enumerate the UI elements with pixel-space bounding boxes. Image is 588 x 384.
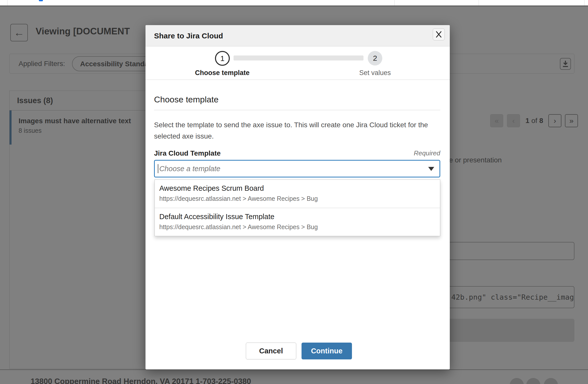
step-2-number: 2: [373, 54, 377, 62]
text-cursor: [158, 164, 158, 173]
chevron-down-icon[interactable]: [428, 167, 434, 171]
stepper-progress-track: [234, 55, 363, 60]
modal-title: Share to Jira Cloud: [154, 25, 223, 46]
template-option-awesome-recipes[interactable]: Awesome Recipes Scrum Board https://dequ…: [155, 180, 440, 208]
active-tab-indicator: [39, 0, 43, 1]
step-1-label: Choose template: [172, 69, 272, 77]
template-combobox-wrap: [154, 160, 440, 177]
step-1-number: 1: [220, 54, 225, 63]
top-bar: [0, 0, 588, 6]
template-option-default-accessibility[interactable]: Default Accessibility Issue Template htt…: [155, 208, 440, 236]
field-label-row: Jira Cloud Template Required: [154, 149, 440, 158]
screen: ← Viewing [DOCUMENT Applied Filters: Acc…: [0, 0, 588, 384]
option-path: https://dequesrc.atlassian.net > Awesome…: [159, 195, 440, 202]
top-bar-separator: [394, 0, 395, 6]
close-button[interactable]: [433, 28, 445, 40]
option-title: Default Accessibility Issue Template: [159, 213, 440, 221]
modal-description: Select the template to send the axe issu…: [154, 119, 443, 142]
heading-divider: [154, 110, 440, 110]
share-to-jira-modal: Share to Jira Cloud 1 2 Choose template …: [145, 25, 450, 369]
top-bar-separator: [479, 0, 479, 6]
continue-button[interactable]: Continue: [302, 343, 352, 359]
step-2-circle: 2: [368, 51, 382, 66]
jira-template-field-label: Jira Cloud Template: [154, 149, 221, 157]
option-title: Awesome Recipes Scrum Board: [159, 184, 440, 193]
template-combobox-input[interactable]: [154, 160, 440, 177]
required-label: Required: [414, 149, 440, 157]
close-icon: [435, 31, 442, 38]
wizard-stepper: 1 2 Choose template Set values: [145, 46, 450, 80]
template-options-listbox: Awesome Recipes Scrum Board https://dequ…: [155, 179, 440, 236]
option-path: https://dequesrc.atlassian.net > Awesome…: [159, 223, 440, 231]
top-bar-separator: [584, 0, 584, 6]
section-heading: Choose template: [154, 95, 218, 104]
step-1-circle: 1: [215, 51, 230, 66]
cancel-button[interactable]: Cancel: [246, 343, 296, 359]
top-bar-separator: [7, 0, 8, 6]
step-2-label: Set values: [325, 69, 425, 77]
modal-header: Share to Jira Cloud: [145, 25, 450, 46]
